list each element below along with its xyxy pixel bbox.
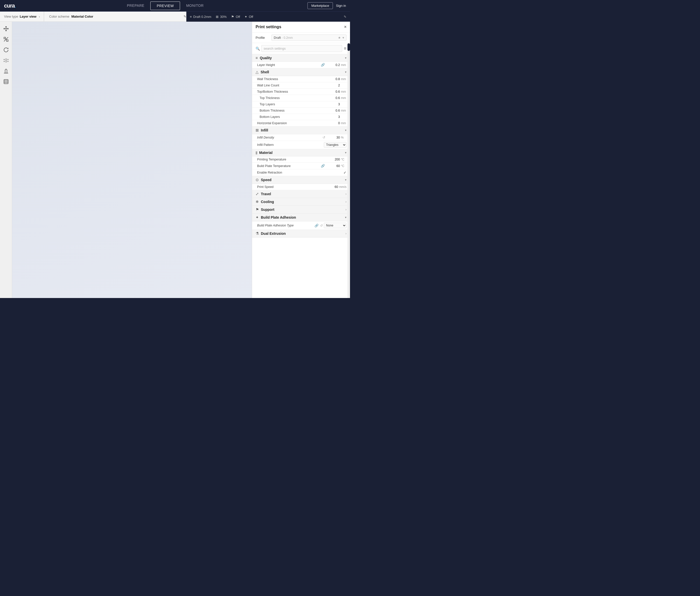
build-plate-temp-input[interactable] bbox=[327, 164, 340, 168]
color-scheme-value: Material Color bbox=[72, 15, 94, 18]
search-settings-input[interactable] bbox=[261, 45, 342, 52]
section-shell-header[interactable]: △ Shell ▾ bbox=[252, 68, 350, 76]
rotate-tool-button[interactable] bbox=[1, 45, 10, 54]
adhesion-refresh-icon[interactable]: ↺ bbox=[320, 224, 323, 227]
color-scheme-selector[interactable]: Color scheme Material Color ✎ bbox=[44, 11, 186, 21]
print-settings-panel: Print settings × Profile Draft - 0.2mm ★… bbox=[252, 22, 350, 298]
section-dual-extrusion-header[interactable]: ⚗ Dual Extrusion › bbox=[252, 230, 350, 238]
color-scheme-edit-icon[interactable]: ✎ bbox=[184, 15, 186, 18]
wall-line-count-input[interactable] bbox=[327, 84, 340, 87]
dual-extrusion-section-title: Dual Extrusion bbox=[261, 231, 286, 235]
adhesion-type-select[interactable]: None Brim Raft Skirt bbox=[324, 223, 346, 228]
layer-height-link-icon[interactable]: 🔗 bbox=[321, 63, 325, 67]
infill-control[interactable]: ⊠ 30% bbox=[216, 15, 227, 19]
dual-extrusion-section-icon: ⚗ bbox=[256, 231, 259, 236]
panel-close-button[interactable]: × bbox=[344, 25, 346, 29]
svg-rect-2 bbox=[4, 80, 8, 84]
view-type-value: Layer view bbox=[20, 15, 36, 18]
quality-section-icon: ≡ bbox=[256, 56, 258, 60]
view-type-selector[interactable]: View type Layer view ‹ bbox=[0, 11, 44, 21]
support-chevron-icon: › bbox=[345, 208, 346, 212]
section-speed-header[interactable]: ⊙ Speed ▾ bbox=[252, 176, 350, 184]
infill-section-title: Infill bbox=[261, 128, 268, 132]
infill-section-icon: ⊠ bbox=[256, 128, 259, 132]
top-thickness-row: Top Thickness mm bbox=[252, 95, 350, 101]
adhesion-type-row: Build Plate Adhesion Type 🔗 ↺ None Brim … bbox=[252, 221, 350, 230]
profile-label: Profile bbox=[256, 36, 269, 40]
adhesion-control[interactable]: ✦ Off bbox=[244, 15, 253, 19]
travel-section-icon: ⤢ bbox=[256, 192, 259, 196]
move-tool-button[interactable] bbox=[1, 24, 10, 33]
svg-rect-1 bbox=[6, 40, 8, 41]
bottom-layers-input[interactable] bbox=[327, 115, 340, 119]
section-travel-header[interactable]: ⤢ Travel › bbox=[252, 190, 350, 198]
cooling-section-icon: ❄ bbox=[256, 199, 259, 204]
horizontal-expansion-input[interactable] bbox=[327, 121, 340, 125]
infill-density-input[interactable] bbox=[327, 136, 340, 139]
right-scrollbar[interactable] bbox=[347, 43, 350, 298]
speed-chevron-icon: ▾ bbox=[345, 178, 346, 182]
top-bottom-thickness-input[interactable] bbox=[327, 90, 340, 94]
section-adhesion-header[interactable]: ✦ Build Plate Adhesion ▾ bbox=[252, 214, 350, 221]
bottom-thickness-row: Bottom Thickness mm bbox=[252, 107, 350, 114]
top-thickness-input[interactable] bbox=[327, 96, 340, 100]
settings-body: ≡ Quality ▾ Layer Height 🔗 mm △ Shell bbox=[252, 54, 350, 298]
infill-pattern-row: Infill Pattern Triangles Grid Lines bbox=[252, 141, 350, 149]
infill-pattern-select[interactable]: Triangles Grid Lines bbox=[324, 142, 346, 148]
quality-chevron-icon: ▾ bbox=[345, 56, 346, 60]
search-row: 🔍 ≡ bbox=[252, 43, 350, 54]
cooling-section-title: Cooling bbox=[261, 200, 274, 204]
scrollbar-thumb-top bbox=[347, 43, 350, 51]
view-type-label: View type bbox=[4, 15, 18, 18]
profile-control[interactable]: ≡ Draft 0.2mm bbox=[190, 15, 211, 19]
section-infill-header[interactable]: ⊠ Infill ▾ bbox=[252, 126, 350, 134]
view-type-chevron-icon: ‹ bbox=[39, 15, 40, 18]
support-tool-button[interactable] bbox=[1, 67, 10, 76]
3d-viewport[interactable]: ✎ CCR10S_Emergency USB Power Source 157.… bbox=[12, 22, 252, 298]
top-layers-input[interactable] bbox=[327, 102, 340, 106]
section-quality-header[interactable]: ≡ Quality ▾ bbox=[252, 54, 350, 62]
settings-edit-icon[interactable]: ✎ bbox=[344, 15, 346, 19]
nav-prepare[interactable]: PREPARE bbox=[121, 1, 150, 10]
layer-height-input[interactable] bbox=[327, 63, 340, 67]
section-support-header[interactable]: ⚑ Support › bbox=[252, 206, 350, 214]
nav-preview[interactable]: PREVIEW bbox=[150, 1, 180, 10]
nav-right: Marketplace Sign in bbox=[307, 2, 346, 9]
wall-thickness-input[interactable] bbox=[327, 77, 340, 81]
print-speed-input[interactable] bbox=[326, 185, 338, 189]
profile-select[interactable]: Draft - 0.2mm ★ ▾ bbox=[271, 34, 346, 41]
build-plate-temp-link-icon[interactable]: 🔗 bbox=[321, 164, 325, 168]
quality-section-title: Quality bbox=[260, 56, 272, 60]
top-layers-row: Top Layers bbox=[252, 101, 350, 107]
top-bottom-thickness-row: Top/Bottom Thickness mm bbox=[252, 89, 350, 95]
scale-tool-button[interactable] bbox=[1, 35, 10, 44]
wall-thickness-row: Wall Thickness mm bbox=[252, 76, 350, 82]
shell-section-title: Shell bbox=[261, 70, 269, 74]
adhesion-icon: ✦ bbox=[244, 15, 247, 19]
search-menu-icon[interactable]: ≡ bbox=[344, 46, 346, 51]
support-section-title: Support bbox=[261, 207, 275, 212]
color-scheme-label: Color scheme bbox=[49, 15, 69, 18]
bottom-thickness-input[interactable] bbox=[327, 109, 340, 113]
slice-tool-button[interactable] bbox=[1, 77, 10, 86]
section-material-header[interactable]: ||| Material ▾ bbox=[252, 149, 350, 156]
marketplace-button[interactable]: Marketplace bbox=[307, 2, 333, 9]
adhesion-link-icon[interactable]: 🔗 bbox=[314, 224, 318, 227]
infill-density-refresh-icon[interactable]: ↺ bbox=[322, 135, 325, 139]
material-chevron-icon: ▾ bbox=[345, 151, 346, 154]
support-control[interactable]: ⚑ Off bbox=[231, 15, 240, 19]
section-cooling-header[interactable]: ❄ Cooling › bbox=[252, 198, 350, 206]
printing-temp-input[interactable] bbox=[327, 158, 340, 161]
bottom-layers-row: Bottom Layers bbox=[252, 114, 350, 120]
signin-button[interactable]: Sign in bbox=[336, 4, 346, 7]
nav-monitor[interactable]: MONITOR bbox=[180, 1, 209, 10]
profile-value: Draft - 0.2mm bbox=[274, 36, 293, 40]
adhesion-chevron-icon: ▾ bbox=[345, 216, 346, 219]
material-section-title: Material bbox=[259, 151, 273, 155]
profile-chevron-icon: ▾ bbox=[342, 36, 344, 40]
build-plate-temp-row: Build Plate Temperature 🔗 °C bbox=[252, 163, 350, 169]
enable-retraction-check[interactable]: ✓ bbox=[343, 171, 346, 175]
mirror-tool-button[interactable] bbox=[1, 56, 10, 65]
app-logo: cura. bbox=[4, 2, 15, 9]
profile-icons: ★ ▾ bbox=[338, 36, 344, 40]
